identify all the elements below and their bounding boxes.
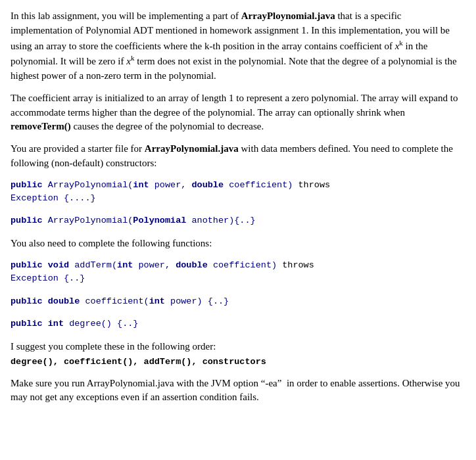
code-block-addterm: public void addTerm(int power, double co… — [11, 259, 465, 286]
code-line-7: public int degree() {..} — [11, 317, 465, 331]
paragraph-5: I suggest you complete these in the foll… — [11, 340, 465, 369]
code-line-5: Exception {..} — [11, 272, 465, 285]
paragraph-3: You are provided a starter file for Arra… — [11, 142, 465, 171]
code-block-coefficient: public double coefficient(int power) {..… — [11, 295, 465, 308]
main-content: In this lab assignment, you will be impl… — [11, 9, 465, 405]
bold-removeTerm: removeTerm() — [11, 121, 71, 131]
code-line-3: public ArrayPolynomial(Polynomial anothe… — [11, 214, 465, 227]
sup-k-1: k — [399, 39, 403, 47]
code-line-4: public void addTerm(int power, double co… — [11, 259, 465, 272]
paragraph-2: The coefficient array is initialized to … — [11, 91, 465, 134]
code-block-constructor2: public ArrayPolynomial(Polynomial anothe… — [11, 214, 465, 227]
code-block-constructor1: public ArrayPolynomial(int power, double… — [11, 179, 465, 206]
bold-classname-1: ArrayPloynomial.java — [241, 11, 335, 21]
code-block-degree: public int degree() {..} — [11, 317, 465, 331]
paragraph-6: Make sure you run ArrayPolynomial.java w… — [11, 377, 465, 405]
paragraph-4: You also need to complete the following … — [11, 237, 465, 251]
bold-arraypolynomial: ArrayPolynomial.java — [145, 143, 239, 154]
code-line-1: public ArrayPolynomial(int power, double… — [11, 179, 465, 192]
sup-k-2: k — [131, 54, 135, 62]
code-line-6: public double coefficient(int power) {..… — [11, 295, 465, 308]
paragraph-1: In this lab assignment, you will be impl… — [11, 9, 465, 83]
code-line-2: Exception {....} — [11, 192, 465, 205]
suggestion-order: degree(), coefficient(), addTerm(), cons… — [11, 357, 266, 367]
italic-x-2: x — [126, 56, 131, 66]
